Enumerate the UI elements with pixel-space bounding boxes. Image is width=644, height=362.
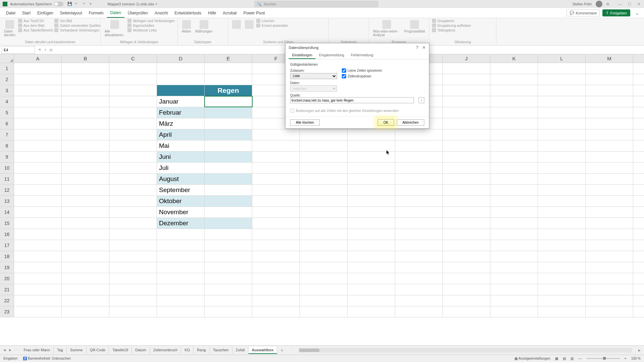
cell[interactable] [443, 207, 490, 218]
cell[interactable] [300, 207, 347, 218]
cell[interactable] [300, 306, 347, 317]
cell[interactable] [252, 229, 300, 240]
dialog-tab-input[interactable]: Eingabemeldung [316, 52, 347, 59]
cell[interactable] [300, 152, 347, 162]
cell[interactable] [443, 295, 490, 306]
cell[interactable] [157, 229, 205, 240]
qat-dropdown-icon[interactable]: ▾ [90, 2, 94, 6]
cell[interactable] [347, 207, 395, 218]
cell[interactable] [538, 163, 586, 173]
cell[interactable] [490, 273, 538, 284]
cell[interactable] [586, 152, 633, 162]
cell[interactable] [347, 284, 395, 295]
maximize-icon[interactable]: ☐ [628, 2, 632, 6]
cell[interactable] [157, 240, 205, 251]
cell[interactable] [490, 118, 538, 129]
cell[interactable] [395, 152, 443, 162]
cell[interactable] [14, 129, 62, 140]
cell[interactable] [157, 306, 205, 317]
cell[interactable] [62, 207, 109, 218]
cell[interactable] [443, 85, 490, 96]
cell[interactable] [586, 273, 633, 284]
row-header[interactable]: 23 [0, 306, 14, 317]
confirm-formula-icon[interactable]: ✓ [43, 48, 48, 52]
cell[interactable] [538, 74, 586, 85]
cell[interactable] [252, 295, 300, 306]
row-header[interactable]: 21 [0, 284, 14, 295]
cell[interactable] [490, 63, 538, 74]
cell[interactable] [395, 163, 443, 173]
reapply[interactable]: Erneut anwenden [256, 23, 288, 27]
tab-start[interactable]: Start [19, 8, 34, 18]
col-header[interactable]: L [538, 54, 586, 63]
cell[interactable] [538, 218, 586, 229]
cell[interactable] [538, 129, 586, 140]
cell[interactable] [109, 207, 157, 218]
row-header[interactable]: 19 [0, 262, 14, 273]
cell[interactable] [14, 218, 62, 229]
cell[interactable] [586, 174, 633, 184]
cell[interactable] [157, 284, 205, 295]
cell[interactable] [586, 74, 633, 85]
cancel-formula-icon[interactable]: ✕ [38, 48, 42, 52]
add-sheet-button[interactable]: + [277, 348, 286, 353]
cell[interactable] [62, 284, 109, 295]
cell[interactable] [252, 152, 300, 162]
cell[interactable] [252, 273, 300, 284]
cell[interactable] [109, 107, 157, 118]
cell[interactable]: Juni [157, 152, 205, 162]
cell[interactable] [300, 284, 347, 295]
cell[interactable] [586, 85, 633, 96]
cell[interactable] [62, 240, 109, 251]
close-icon[interactable]: ✕ [637, 2, 641, 6]
cell[interactable] [586, 163, 633, 173]
cell[interactable] [109, 273, 157, 284]
cell[interactable] [490, 251, 538, 262]
cell[interactable] [109, 63, 157, 74]
cell[interactable] [586, 63, 633, 74]
ok-button[interactable]: OK [378, 119, 394, 126]
cell[interactable] [205, 96, 252, 107]
cell[interactable] [252, 185, 300, 195]
cell[interactable] [443, 163, 490, 173]
search-box[interactable]: 🔍 Suchen [254, 1, 378, 7]
row-header[interactable]: 8 [0, 140, 14, 151]
dialog-titlebar[interactable]: Datenüberprüfung ? ✕ [285, 43, 429, 52]
cell[interactable]: September [157, 185, 205, 195]
cell[interactable] [14, 240, 62, 251]
cell[interactable] [62, 74, 109, 85]
cell[interactable] [14, 96, 62, 107]
cell[interactable] [395, 207, 443, 218]
cell[interactable] [490, 218, 538, 229]
avatar[interactable] [596, 1, 602, 7]
cell[interactable] [205, 63, 252, 74]
tab-powerpivot[interactable]: Power Pivot [240, 8, 268, 18]
cell[interactable] [395, 240, 443, 251]
select-all-corner[interactable] [0, 54, 14, 63]
cell[interactable] [538, 174, 586, 184]
cell[interactable] [300, 196, 347, 206]
cell[interactable] [586, 185, 633, 195]
col-header[interactable]: A [14, 54, 62, 63]
cell[interactable] [538, 152, 586, 162]
sheet-tab[interactable]: KG [181, 347, 194, 354]
cell[interactable] [538, 107, 586, 118]
cell[interactable] [109, 251, 157, 262]
cell[interactable] [490, 163, 538, 173]
cell[interactable] [109, 85, 157, 96]
minimize-icon[interactable]: — [619, 2, 623, 6]
ungroup-button[interactable]: Gruppierung aufheben [432, 23, 471, 27]
undo-icon[interactable]: ↶ [75, 2, 79, 6]
accessibility-status[interactable]: ♿ Barrierefreiheit: Untersuchen [23, 357, 71, 360]
whatif-button[interactable]: Was-wäre-wenn-Analyse [372, 19, 401, 38]
cell[interactable] [205, 140, 252, 151]
cell[interactable] [205, 163, 252, 173]
cell[interactable] [14, 229, 62, 240]
cell[interactable] [538, 240, 586, 251]
cell[interactable] [490, 152, 538, 162]
cell[interactable] [300, 140, 347, 151]
cell[interactable] [538, 229, 586, 240]
row-header[interactable]: 7 [0, 129, 14, 140]
cell[interactable] [395, 306, 443, 317]
cell[interactable]: Juli [157, 163, 205, 173]
